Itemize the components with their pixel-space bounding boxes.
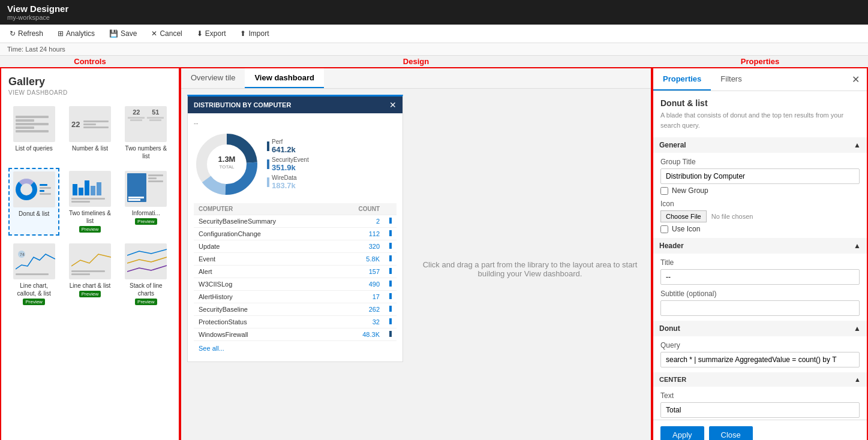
donut-list-icon [13,171,55,207]
app-title: View Designer [7,4,861,14]
number-list-label: Number & list [72,144,108,152]
svg-text:1.3M: 1.3M [218,155,236,164]
center-group: CENTER ▲ [653,372,867,387]
top-bar: View Designer my-workspace [0,0,868,25]
gallery-item-list-queries[interactable]: List of queries [8,103,59,163]
tab-overview[interactable]: Overview tile [181,68,245,88]
table-row: Update 320 [194,240,397,253]
donut-section: 1.3M TOTAL Perf 641.2k [194,131,397,197]
gallery-item-stack-lines[interactable]: Stack of line charts Preview [121,240,172,308]
cell-computer: WindowsFirewall [194,329,335,341]
table-row: SecurityBaselineSummary 2 [194,215,397,228]
cell-computer: Update [194,240,335,253]
text-label: Text [660,391,860,400]
design-label: Design [180,56,652,67]
prop-description: A blade that consists of donut and the t… [660,110,860,130]
text-input[interactable] [660,402,860,418]
cancel-button[interactable]: ✕ Cancel [149,28,184,39]
controls-panel: Gallery VIEW DASHBOARD List of queries 2… [0,67,180,440]
legend-security-info: SecurityEvent 351.9k [272,156,309,172]
tab-dashboard[interactable]: View dashboard [245,68,323,88]
gallery-item-line-callout[interactable]: 74 Line chart, callout, & list Preview [8,240,59,308]
col-computer: COMPUTER [194,203,335,215]
table-row: Alert 157 [194,266,397,278]
properties-panel: Properties Filters ✕ Donut & list A blad… [652,67,868,440]
gallery-item-info[interactable]: Informati... Preview [121,168,172,236]
title-input[interactable] [660,269,860,285]
prop-body: Donut & list A blade that consists of do… [653,91,867,425]
cell-computer: Event [194,253,335,266]
table-row: W3CIISLog 490 [194,278,397,291]
two-numbers-icon: 22 51 [125,106,167,142]
prop-tab-filters[interactable]: Filters [711,68,751,91]
time-bar: Time: Last 24 hours [0,43,868,56]
refresh-button[interactable]: ↻ Refresh [7,28,46,39]
group-title-input[interactable] [660,168,860,184]
donut-chart: 1.3M TOTAL [194,131,260,197]
export-button[interactable]: ⬇ Export [194,28,229,39]
close-button[interactable]: Close [709,426,753,440]
section-labels: Controls Design Properties [0,56,868,67]
cell-count: 32 [335,316,385,329]
legend-bar-wire [267,177,269,187]
query-input[interactable] [660,352,860,367]
subtitle-input[interactable] [660,300,860,316]
analytics-button[interactable]: ⊞ Analytics [55,28,97,39]
cell-computer: SecurityBaselineSummary [194,215,335,228]
design-area: DISTRIBUTION BY COMPUTER ✕ -- [181,89,651,440]
list-queries-icon [13,106,55,142]
line-callout-label: Line chart, callout, & list [11,282,56,297]
import-button[interactable]: ⬆ Import [238,28,271,39]
cell-computer: SecurityBaseline [194,303,335,316]
cancel-icon: ✕ [151,29,157,38]
see-all-link[interactable]: See all... [194,341,397,355]
cell-count: 5.8K [335,253,385,266]
cell-computer: W3CIISLog [194,278,335,291]
prop-close-button[interactable]: ✕ [845,68,867,91]
dashboard-canvas: DISTRIBUTION BY COMPUTER ✕ -- [181,89,409,440]
gallery-item-line-list[interactable]: Line chart & list Preview [64,240,115,308]
legend-wire: WireData 183.7k [267,174,309,190]
save-button[interactable]: 💾 Save [107,28,139,39]
cell-computer: ConfigurationChange [194,228,335,240]
gallery-item-two-timelines[interactable]: Two timelines & list Preview [64,168,115,236]
legend-bar-perf [267,141,269,151]
import-icon: ⬆ [240,29,246,38]
stack-lines-icon [125,243,167,279]
legend-security: SecurityEvent 351.9k [267,156,309,172]
donut-group: Donut ▲ [653,321,867,336]
gallery-item-donut-list[interactable]: Donut & list [8,168,59,236]
table-row: AlertHistory 17 [194,291,397,303]
gallery-grid: List of queries 22 Number & list [8,103,172,308]
use-icon-checkbox[interactable] [660,225,668,233]
tile-close-button[interactable]: ✕ [389,100,397,110]
col-count: COUNT [335,203,385,215]
cell-computer: ProtectionStatus [194,316,335,329]
save-icon: 💾 [109,29,118,38]
gallery-subtitle: VIEW DASHBOARD [8,89,172,96]
donut-legend: Perf 641.2k SecurityEvent 351.9k [267,138,309,190]
new-group-checkbox[interactable] [660,187,668,195]
legend-perf-info: Perf 641.2k [272,138,296,154]
donut-container: 1.3M TOTAL [194,131,260,197]
prop-tab-properties[interactable]: Properties [653,68,711,91]
refresh-icon: ↻ [10,29,16,38]
prop-section-title: Donut & list [660,98,860,108]
empty-canvas: Click and drag a part from the library t… [409,89,651,440]
analytics-icon: ⊞ [58,29,64,38]
prop-tabs: Properties Filters ✕ [653,68,867,91]
gallery-item-two-numbers[interactable]: 22 51 Two numbers & list [121,103,172,163]
legend-perf: Perf 641.2k [267,138,309,154]
design-panel: Overview tile View dashboard DISTRIBUTIO… [180,67,652,440]
cell-count: 48.3K [335,329,385,341]
gallery-item-number-list[interactable]: 22 Number & list [64,103,115,163]
cell-computer: Alert [194,266,335,278]
cell-count: 2 [335,215,385,228]
choose-file-button[interactable]: Choose File [660,210,707,222]
two-timelines-icon [69,171,111,207]
table-row: ProtectionStatus 32 [194,316,397,329]
toolbar: ↻ Refresh ⊞ Analytics 💾 Save ✕ Cancel ⬇ … [0,25,868,43]
line-list-icon [69,243,111,279]
apply-button[interactable]: Apply [660,426,704,440]
cell-count: 490 [335,278,385,291]
